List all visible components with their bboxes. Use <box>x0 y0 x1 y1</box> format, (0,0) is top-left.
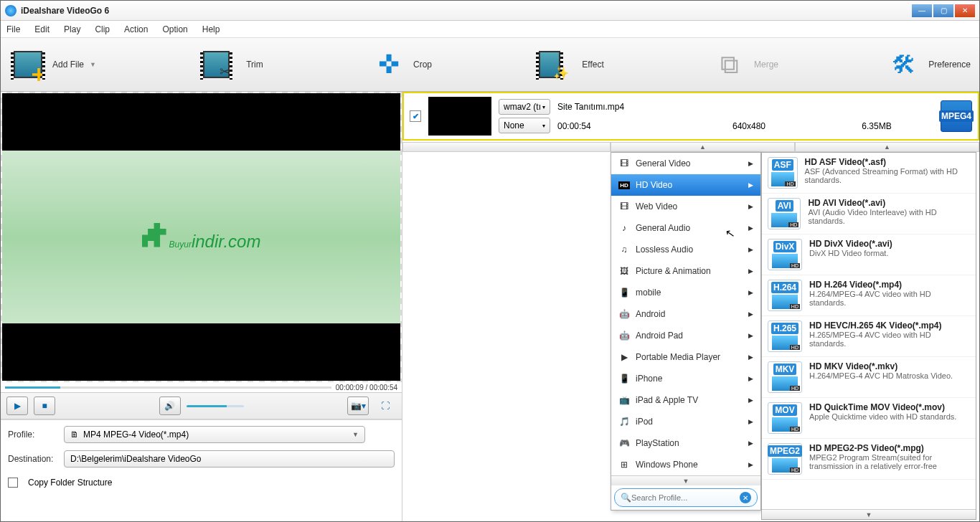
merge-icon: ⧉ <box>711 47 748 82</box>
destination-field[interactable]: D:\Belgelerim\iDealshare VideoGo <box>64 450 395 468</box>
menu-help[interactable]: Help <box>202 24 220 34</box>
menu-file[interactable]: File <box>6 24 20 34</box>
format-item[interactable]: MKVHDHD MKV Video(*.mkv)H.264/MPEG-4 AVC… <box>762 357 976 398</box>
add-file-button[interactable]: Add File▼ <box>9 47 96 82</box>
crop-button[interactable]: ✜ Crop <box>370 47 432 82</box>
volume-slider[interactable] <box>187 405 244 407</box>
menu-clip[interactable]: Clip <box>95 24 110 34</box>
volume-button[interactable]: 🔊 <box>159 397 181 415</box>
format-type-icon: ASFHD <box>768 157 798 189</box>
titlebar: iDealshare VideoGo 6 — ▢ ✕ <box>1 1 979 21</box>
format-item[interactable]: AVIHDHD AVI Video(*.avi)AVI (Audio Video… <box>762 194 976 234</box>
format-list: ASFHDHD ASF Video(*.asf)ASF (Advanced St… <box>761 152 976 520</box>
snapshot-button[interactable]: 📷▾ <box>347 397 369 415</box>
category-label: Picture & Animation <box>636 266 711 276</box>
search-row: 🔍✕ <box>614 488 758 507</box>
trim-button[interactable]: ✂ Trim <box>203 47 263 82</box>
merge-button[interactable]: ⧉ Merge <box>711 47 778 82</box>
scroll-down-button[interactable]: ▼ <box>762 509 976 519</box>
format-item[interactable]: ASFHDHD ASF Video(*.asf)ASF (Advanced St… <box>762 153 976 194</box>
menu-edit[interactable]: Edit <box>34 24 50 34</box>
format-desc: H.264/MPEG-4 AVC video with HD standards… <box>809 290 970 307</box>
category-label: Web Video <box>636 201 677 212</box>
category-label: iPod <box>636 417 653 427</box>
menu-option[interactable]: Option <box>162 24 187 34</box>
category-item[interactable]: 🖼Picture & Animation▶ <box>611 260 760 282</box>
profile-label: Profile: <box>8 430 58 440</box>
trim-label: Trim <box>246 60 263 70</box>
format-type-icon: MPEG2HD <box>768 443 802 475</box>
close-button[interactable]: ✕ <box>955 4 975 17</box>
category-icon: 📱 <box>618 287 630 298</box>
format-type-icon: DivXHD <box>768 239 802 270</box>
profile-dropdown[interactable]: 🗎 MP4 MPEG-4 Video(*.mp4) ▼ <box>64 426 365 443</box>
category-item[interactable]: 📱mobile▶ <box>611 282 760 303</box>
search-input[interactable] <box>631 493 740 502</box>
play-button[interactable]: ▶ <box>6 397 28 415</box>
preference-button[interactable]: 🛠 Preference <box>885 47 971 82</box>
chevron-right-icon: ▶ <box>748 181 753 189</box>
minimize-button[interactable]: — <box>912 4 932 17</box>
category-item[interactable]: 📱iPhone▶ <box>611 368 760 389</box>
maximize-button[interactable]: ▢ <box>933 4 953 17</box>
category-item[interactable]: ▶Portable Media Player▶ <box>611 346 760 368</box>
category-item[interactable]: ⊞Windows Phone▶ <box>611 454 760 475</box>
timeline[interactable]: 00:00:09 / 00:00:54 <box>1 382 402 392</box>
scroll-down-button[interactable]: ▼ <box>611 475 760 485</box>
menu-play[interactable]: Play <box>64 24 80 34</box>
format-item[interactable]: H.265HDHD HEVC/H.265 4K Video(*.mp4)H.26… <box>762 316 976 357</box>
file-row[interactable]: ✔ wmav2 (tı▾ None▾ Site Tanıtımı.mp4 00:… <box>402 92 979 141</box>
subs-dropdown[interactable]: None▾ <box>499 118 550 133</box>
category-icon: 🤖 <box>618 308 630 320</box>
wrench-icon: 🛠 <box>885 47 923 82</box>
format-item[interactable]: DivXHDHD DivX Video(*.avi)DivX HD Video … <box>762 234 976 275</box>
category-label: Windows Phone <box>636 460 698 470</box>
category-item[interactable]: ♪General Audio▶ <box>611 217 760 239</box>
category-item[interactable]: 📺iPad & Apple TV▶ <box>611 389 760 411</box>
format-title: HD MKV Video(*.mkv) <box>809 361 953 371</box>
format-title: HD QuickTime MOV Video(*.mov) <box>809 402 956 412</box>
format-item[interactable]: MPEG2HDHD MPEG2-PS Video(*.mpg)MPEG2 Pro… <box>762 439 976 480</box>
codec-dropdown[interactable]: wmav2 (tı▾ <box>499 99 550 115</box>
scroll-up-button[interactable]: ▲ <box>611 142 795 152</box>
effect-button[interactable]: ✨ Effect <box>539 47 603 82</box>
brand-text: Buyur <box>169 239 192 250</box>
format-tag: MPEG4 <box>939 110 974 122</box>
category-item[interactable]: 🎞Web Video▶ <box>611 196 760 217</box>
category-item[interactable]: ♫Lossless Audio▶ <box>611 239 760 260</box>
category-icon: ▶ <box>618 351 630 363</box>
category-icon: ♫ <box>618 244 630 255</box>
category-icon: HD <box>618 179 630 191</box>
category-item[interactable]: 🤖Android▶ <box>611 303 760 325</box>
category-item[interactable]: 🎞General Video▶ <box>611 153 760 174</box>
category-item[interactable]: 🤖Android Pad▶ <box>611 325 760 346</box>
clear-search-button[interactable]: ✕ <box>740 492 751 503</box>
category-label: General Video <box>636 158 691 169</box>
format-desc: Apple Quicktime video with HD standards. <box>809 412 956 421</box>
format-item[interactable]: MOVHDHD QuickTime MOV Video(*.mov)Apple … <box>762 398 976 439</box>
format-title: HD H.264 Video(*.mp4) <box>809 280 970 290</box>
film-icon <box>14 51 42 78</box>
stop-button[interactable]: ■ <box>34 397 55 415</box>
category-item[interactable]: 🎮PlayStation▶ <box>611 432 760 454</box>
format-item[interactable]: H.264HDHD H.264 Video(*.mp4)H.264/MPEG-4… <box>762 275 976 316</box>
menubar: File Edit Play Clip Action Option Help <box>1 21 979 38</box>
file-checkbox[interactable]: ✔ <box>410 110 421 122</box>
category-item[interactable]: HDHD Video▶ <box>611 174 760 196</box>
preview-content: Buyur indir.com <box>142 223 261 252</box>
scroll-up-button[interactable]: ▲ <box>795 142 979 152</box>
copy-folder-label: Copy Folder Structure <box>28 478 112 488</box>
menu-action[interactable]: Action <box>124 24 148 34</box>
category-item[interactable]: 🎵iPod▶ <box>611 411 760 432</box>
category-label: iPad & Apple TV <box>636 395 698 405</box>
chevron-right-icon: ▶ <box>748 224 753 232</box>
fullscreen-button[interactable]: ⛶ <box>374 397 396 415</box>
format-type-icon: AVIHD <box>768 198 801 229</box>
copy-folder-checkbox[interactable] <box>8 478 18 488</box>
category-icon: 🤖 <box>618 330 630 341</box>
category-icon: 🖼 <box>618 265 630 277</box>
file-duration: 00:00:54 <box>557 121 685 131</box>
category-label: General Audio <box>636 223 690 233</box>
brand-text-small: indir.com <box>192 232 260 252</box>
format-title: HD DivX Video(*.avi) <box>809 239 892 249</box>
